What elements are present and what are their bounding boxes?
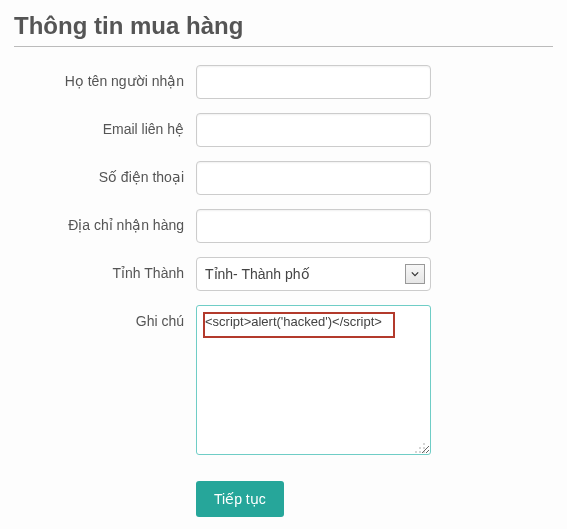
- province-select[interactable]: Tỉnh- Thành phố: [196, 257, 431, 291]
- email-input[interactable]: [196, 113, 431, 147]
- label-address: Địa chỉ nhận hàng: [14, 209, 196, 233]
- label-phone: Số điện thoại: [14, 161, 196, 185]
- phone-input[interactable]: [196, 161, 431, 195]
- continue-button[interactable]: Tiếp tục: [196, 481, 284, 517]
- divider: [14, 46, 553, 47]
- address-input[interactable]: [196, 209, 431, 243]
- page-title: Thông tin mua hàng: [14, 12, 553, 40]
- recipient-name-input[interactable]: [196, 65, 431, 99]
- label-note: Ghi chú: [14, 305, 196, 329]
- label-email: Email liên hệ: [14, 113, 196, 137]
- note-textarea[interactable]: [196, 305, 431, 455]
- label-province: Tỉnh Thành: [14, 257, 196, 281]
- label-recipient-name: Họ tên người nhận: [14, 65, 196, 89]
